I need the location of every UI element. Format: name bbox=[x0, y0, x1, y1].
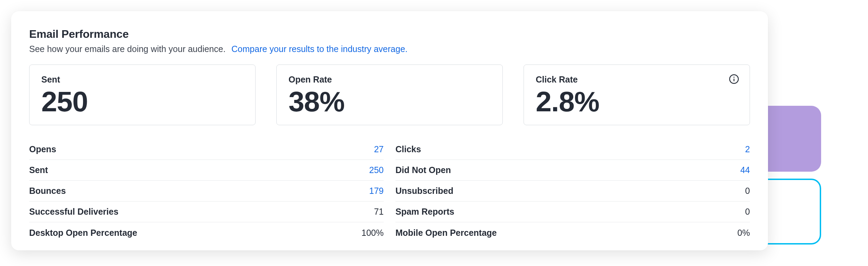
stat-label: Unsubscribed bbox=[395, 186, 453, 196]
stat-row-left-4: Desktop Open Percentage100% bbox=[29, 222, 384, 243]
panel-subtitle-text: See how your emails are doing with your … bbox=[29, 44, 226, 54]
stats-col-left: Opens27Sent250Bounces179Successful Deliv… bbox=[29, 139, 384, 243]
card-open-label: Open Rate bbox=[289, 75, 491, 85]
svg-point-2 bbox=[734, 77, 735, 78]
card-sent-value: 250 bbox=[41, 87, 243, 116]
email-performance-panel: Email Performance See how your emails ar… bbox=[11, 11, 768, 250]
stats-grid: Opens27Sent250Bounces179Successful Deliv… bbox=[29, 139, 750, 243]
card-click-value: 2.8% bbox=[536, 87, 738, 116]
card-sent-label: Sent bbox=[41, 75, 243, 85]
stat-label: Mobile Open Percentage bbox=[395, 228, 497, 238]
stat-value: 0% bbox=[737, 228, 750, 238]
stat-value[interactable]: 250 bbox=[369, 165, 384, 175]
summary-cards: Sent 250 Open Rate 38% Click Rate 2.8% bbox=[29, 65, 750, 125]
stat-row-left-1: Sent250 bbox=[29, 160, 384, 181]
stat-row-left-2: Bounces179 bbox=[29, 181, 384, 201]
stat-label: Successful Deliveries bbox=[29, 207, 118, 217]
card-open-value: 38% bbox=[289, 87, 491, 116]
stat-value[interactable]: 179 bbox=[369, 186, 384, 196]
stat-row-right-3: Spam Reports0 bbox=[395, 201, 750, 222]
stat-label: Spam Reports bbox=[395, 207, 454, 217]
stat-value: 100% bbox=[361, 228, 384, 238]
stat-label: Opens bbox=[29, 144, 56, 154]
stat-value: 71 bbox=[374, 207, 384, 217]
card-sent: Sent 250 bbox=[29, 65, 256, 125]
stat-row-right-1: Did Not Open44 bbox=[395, 160, 750, 181]
card-open-rate: Open Rate 38% bbox=[276, 65, 503, 125]
stat-row-left-3: Successful Deliveries71 bbox=[29, 201, 384, 222]
stat-label: Did Not Open bbox=[395, 165, 451, 175]
card-click-rate: Click Rate 2.8% bbox=[524, 65, 750, 125]
panel-title: Email Performance bbox=[29, 28, 750, 41]
stat-value: 0 bbox=[745, 186, 750, 196]
stat-value[interactable]: 27 bbox=[374, 144, 384, 154]
stat-value[interactable]: 2 bbox=[745, 144, 750, 154]
stat-row-right-2: Unsubscribed0 bbox=[395, 181, 750, 201]
info-icon[interactable] bbox=[729, 74, 739, 84]
stat-row-right-0: Clicks2 bbox=[395, 139, 750, 160]
stat-label: Bounces bbox=[29, 186, 66, 196]
stat-value: 0 bbox=[745, 207, 750, 217]
card-click-label: Click Rate bbox=[536, 75, 738, 85]
compare-link[interactable]: Compare your results to the industry ave… bbox=[232, 44, 408, 54]
stat-row-right-4: Mobile Open Percentage0% bbox=[395, 222, 750, 243]
panel-subtitle: See how your emails are doing with your … bbox=[29, 44, 750, 54]
stat-value[interactable]: 44 bbox=[740, 165, 750, 175]
stat-row-left-0: Opens27 bbox=[29, 139, 384, 160]
stat-label: Desktop Open Percentage bbox=[29, 228, 137, 238]
stats-col-right: Clicks2Did Not Open44Unsubscribed0Spam R… bbox=[395, 139, 750, 243]
stat-label: Clicks bbox=[395, 144, 421, 154]
stat-label: Sent bbox=[29, 165, 48, 175]
